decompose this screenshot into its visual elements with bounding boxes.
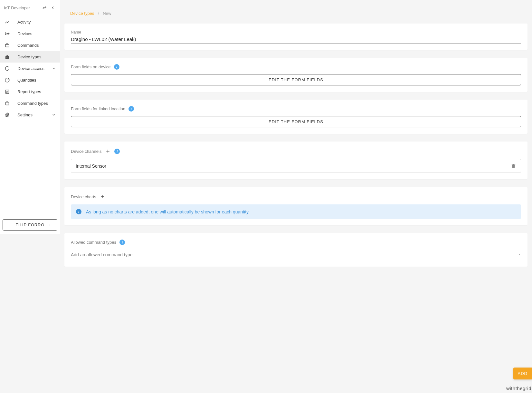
sidebar-footer: FILIP FORRO [0,216,60,234]
dropdown-arrow-icon [518,253,521,256]
gauge-icon [4,77,10,83]
section-header: Form fields for linked location i [71,106,521,112]
info-icon[interactable]: i [119,240,125,245]
svg-point-0 [7,33,8,34]
user-name: FILIP FORRO [15,222,44,227]
info-icon: i [76,209,81,214]
section-label: Device channels [71,149,101,154]
section-label: Device charts [71,194,96,199]
select-placeholder: Add an allowed command type [71,252,518,257]
card-name: Name [64,24,527,50]
commands-icon [4,42,10,48]
sidebar-item-label: Device access [17,66,52,71]
collapse-icon[interactable] [50,5,56,11]
brand-footer: withthegrid [506,386,531,391]
add-button[interactable]: ADD [513,368,532,379]
chevron-down-icon [52,66,56,71]
swap-icon[interactable] [41,5,48,11]
sidebar-item-device-access[interactable]: Device access [0,63,60,74]
svg-rect-7 [5,102,9,105]
arrow-up-icon [48,223,51,227]
section-label: Form fields on device [71,64,111,69]
add-channel-button[interactable] [105,148,111,154]
field-label: Name [71,30,521,34]
info-icon[interactable]: i [128,106,134,112]
sidebar-item-device-types[interactable]: Device types [0,51,60,63]
name-input[interactable] [71,35,521,44]
sidebar-item-label: Devices [17,31,56,36]
main-content: Device types / New Name Form fields on d… [60,0,532,393]
allowed-command-type-select[interactable]: Add an allowed command type [71,250,521,260]
sidebar-item-label: Activity [17,20,56,25]
section-header: Device channels i [71,148,521,154]
charts-info-banner: i As long as no charts are added, one wi… [71,204,521,219]
sidebar-item-quantities[interactable]: Quantities [0,74,60,86]
activity-icon [4,19,10,25]
info-icon[interactable]: i [114,149,120,154]
edit-form-fields-button[interactable]: EDIT THE FORM FIELDS [71,116,521,127]
breadcrumb-current: New [103,11,111,16]
gear-icon [4,112,10,118]
section-header: Device charts [71,193,521,200]
channel-name: Internal Sensor [76,163,511,169]
sidebar-nav: Activity Devices Commands Device types [0,15,60,216]
sidebar-title: IoT Developer [4,5,39,10]
card-form-fields-location: Form fields for linked location i EDIT T… [64,100,527,134]
charts-info-text: As long as no charts are added, one will… [86,209,250,214]
card-device-channels: Device channels i Internal Sensor [64,142,527,179]
sidebar-item-label: Command types [17,101,56,106]
device-types-icon [4,54,10,60]
breadcrumb-link[interactable]: Device types [70,11,94,16]
report-icon [4,88,10,95]
info-icon[interactable]: i [114,64,119,70]
section-header: Form fields on device i [71,64,521,70]
delete-channel-button[interactable] [511,163,516,169]
section-label: Form fields for linked location [71,106,125,111]
sidebar-item-label: Settings [17,113,52,117]
field-name: Name [71,30,521,44]
section-header: Allowed command types i [71,240,521,245]
sidebar-item-commands[interactable]: Commands [0,39,60,51]
card-form-fields-device: Form fields on device i EDIT THE FORM FI… [64,58,527,92]
sidebar-item-devices[interactable]: Devices [0,28,60,39]
sidebar-item-report-types[interactable]: Report types [0,86,60,97]
breadcrumb-separator: / [98,11,99,16]
sidebar-item-command-types[interactable]: Command types [0,97,60,109]
breadcrumb: Device types / New [64,0,527,24]
user-menu-button[interactable]: FILIP FORRO [3,219,57,231]
add-chart-button[interactable] [100,193,106,200]
devices-icon [4,30,10,37]
sidebar-header: IoT Developer [0,0,60,15]
sidebar-item-label: Commands [17,43,56,48]
command-types-icon [4,100,10,106]
sidebar-item-settings[interactable]: Settings [0,109,60,121]
sidebar: IoT Developer Activity Devices [0,0,60,234]
sidebar-item-label: Report types [17,89,56,94]
sidebar-item-activity[interactable]: Activity [0,16,60,28]
card-device-charts: Device charts i As long as no charts are… [64,187,527,225]
sidebar-item-label: Device types [17,54,56,59]
channel-row[interactable]: Internal Sensor [71,159,521,173]
chevron-down-icon [52,113,56,117]
shield-icon [4,65,10,72]
edit-form-fields-button[interactable]: EDIT THE FORM FIELDS [71,74,521,85]
section-label: Allowed command types [71,240,116,245]
card-allowed-command-types: Allowed command types i Add an allowed c… [64,233,527,267]
sidebar-item-label: Quantities [17,78,56,83]
svg-point-8 [6,114,8,115]
